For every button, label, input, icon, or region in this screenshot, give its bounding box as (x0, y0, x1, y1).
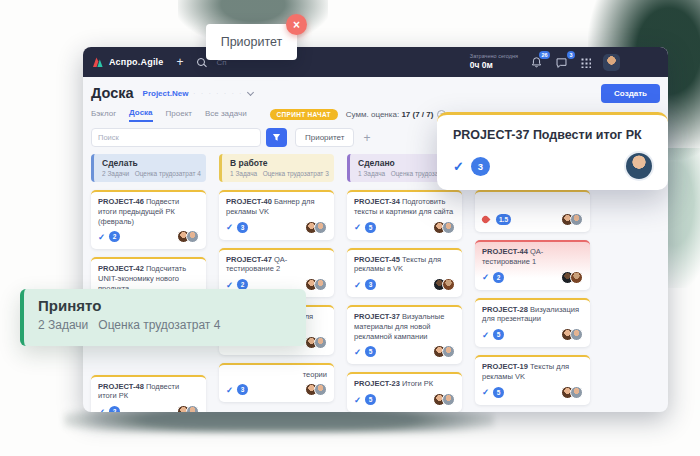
avatar (314, 278, 327, 291)
avatars (433, 393, 455, 406)
score-label: Сумм. оценка: (346, 110, 399, 119)
check-icon: ✓ (226, 222, 233, 232)
card-footer: ✓3 (226, 383, 327, 396)
card[interactable]: 1.5 (475, 190, 590, 232)
check-icon: ✓ (482, 387, 489, 397)
card-id: PROJECT-48 (98, 382, 146, 391)
column-header[interactable]: В работе1 Задача Оценка трудозатрат 3 (219, 154, 334, 182)
card[interactable]: PROJECT-23 Итоги РК✓5 (347, 372, 462, 412)
card-footer: ✓2 (98, 230, 199, 243)
card[interactable]: PROJECT-34 Подготовить тексты и картинки… (347, 190, 462, 240)
check-icon: ✓ (98, 407, 105, 413)
filter-button[interactable] (266, 128, 287, 147)
avatars (561, 328, 583, 341)
avatars (305, 383, 327, 396)
avatar (186, 405, 199, 412)
notifications-badge: 26 (539, 51, 550, 60)
task-popup-card[interactable]: PROJECT-37 Подвести итог РК ✓ 3 (437, 112, 668, 190)
notifications-button[interactable]: 26 (530, 56, 543, 69)
time-tracker[interactable]: Затрачено сегодня 0ч 0м (470, 53, 518, 71)
card-title: PROJECT-34 Подготовить тексты и картинки… (354, 197, 455, 217)
column-header[interactable]: Сделать2 Задачи Оценка трудозатрат 4 (91, 154, 206, 182)
avatars (433, 278, 455, 291)
avatars (433, 221, 455, 234)
avatar (570, 386, 583, 399)
card[interactable]: PROJECT-46 Подвести итоги предыдущей РК … (91, 190, 206, 249)
tabs: БэклогДоскаПроектВсе задачи (91, 108, 260, 122)
avatars (561, 386, 583, 399)
card-title (482, 197, 583, 209)
desktop-background: Аспро.Agile + Сп Затрачено сегодня 0ч 0м… (0, 0, 700, 456)
card-footer: ✓2 (482, 271, 583, 284)
project-selector[interactable]: Project.New · · · · · · · (143, 89, 254, 98)
card-id: PROJECT-19 (482, 362, 530, 371)
card-title: PROJECT-47 QA-тестирование 2 (226, 255, 327, 275)
card-id: PROJECT-44 (482, 247, 530, 256)
create-button[interactable]: Создать (601, 84, 660, 103)
avatars (561, 271, 583, 284)
card-footer: ✓5 (482, 386, 583, 399)
avatar (442, 221, 455, 234)
column-title: Сделать (102, 158, 198, 168)
tab-Доска[interactable]: Доска (129, 108, 152, 122)
card-id: PROJECT-46 (98, 197, 146, 206)
tab-Проект[interactable]: Проект (166, 109, 192, 121)
tab-Все задачи[interactable]: Все задачи (205, 109, 247, 121)
card[interactable]: PROJECT-45 Тексты для рекламы в VK✓3 (347, 248, 462, 298)
quick-add-icon[interactable]: + (177, 55, 184, 69)
card-title: PROJECT-45 Тексты для рекламы в VK (354, 255, 455, 275)
estimate-badge: 2 (109, 406, 120, 412)
avatar (570, 213, 583, 226)
card-footer: ✓5 (354, 345, 455, 358)
column-meta: 1 Задача Оценка трудозатрат 3 (230, 170, 326, 177)
card[interactable]: теории✓3 (219, 363, 334, 403)
card[interactable]: PROJECT-44 QA-тестирование 1✓2 (475, 240, 590, 290)
estimate-badge: 3 (237, 384, 248, 395)
check-icon: ✓ (98, 232, 105, 242)
avatars (305, 278, 327, 291)
card[interactable]: PROJECT-48 Подвести итоги РК✓2 (91, 375, 206, 413)
user-avatar[interactable] (603, 54, 620, 71)
app-logo-icon[interactable] (91, 56, 104, 69)
add-filter-icon[interactable]: + (363, 131, 370, 145)
apps-grid-icon[interactable] (580, 57, 591, 68)
card[interactable]: PROJECT-40 Баннер для рекламы VK✓3 (219, 190, 334, 240)
estimate-badge: 3 (471, 157, 490, 176)
sprint-status-badge: СПРИНТ НАЧАТ (270, 109, 338, 120)
avatar (442, 345, 455, 358)
avatar (442, 278, 455, 291)
search-icon[interactable] (197, 58, 205, 66)
card-id: PROJECT-42 (98, 264, 146, 273)
messages-button[interactable]: 3 (555, 56, 568, 69)
card-id: PROJECT-23 (354, 379, 402, 388)
column-meta: 2 Задачи Оценка трудозатрат 4 (102, 170, 198, 177)
priority-filter-chip[interactable]: Приоритет (295, 128, 354, 147)
avatar (570, 328, 583, 341)
topbar-right: Затрачено сегодня 0ч 0м 26 3 (470, 53, 620, 71)
estimate-badge: 5 (365, 346, 376, 357)
accepted-meta: 2 Задачи Оценка трудозатрат 4 (38, 318, 292, 332)
close-icon[interactable]: × (286, 14, 307, 35)
task-popup-footer: ✓ 3 (453, 153, 652, 179)
score-value: 17 (7 / 7) (401, 110, 433, 119)
board: Сделать2 Задачи Оценка трудозатрат 4PROJ… (91, 154, 660, 412)
avatars (177, 230, 199, 243)
avatar (570, 271, 583, 284)
search-input[interactable] (91, 128, 261, 147)
avatars (433, 345, 455, 358)
messages-badge: 3 (567, 51, 575, 60)
accepted-column-callout: Принято 2 Задачи Оценка трудозатрат 4 (20, 289, 306, 346)
topbar: Аспро.Agile + Сп Затрачено сегодня 0ч 0м… (83, 47, 668, 77)
card-footer: ✓5 (354, 221, 455, 234)
estimate-badge: 3 (365, 279, 376, 290)
estimate-badge: 5 (493, 387, 504, 398)
card-title: PROJECT-48 Подвести итоги РК (98, 382, 199, 402)
card-footer: ✓2 (98, 405, 199, 412)
card[interactable]: PROJECT-19 Тексты для рекламы VK✓5 (475, 355, 590, 405)
tab-Бэклог[interactable]: Бэклог (91, 109, 116, 121)
card-title: PROJECT-46 Подвести итоги предыдущей РК … (98, 197, 199, 226)
card[interactable]: PROJECT-28 Визуализация для презентации✓… (475, 298, 590, 348)
card[interactable]: PROJECT-37 Визуальные материалы для ново… (347, 305, 462, 364)
column: Принято2 Задачи Оценка трудозатрат 41.5P… (475, 154, 590, 412)
column: Сделать2 Задачи Оценка трудозатрат 4PROJ… (91, 154, 206, 412)
